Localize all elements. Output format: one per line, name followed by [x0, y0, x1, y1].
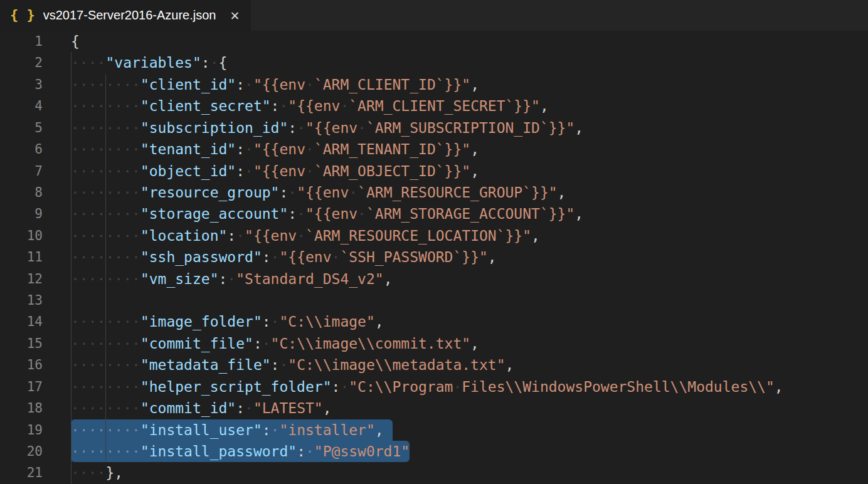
tab-bar: { } vs2017-Server2016-Azure.json ✕	[0, 0, 868, 31]
code-line-1[interactable]: {	[71, 31, 783, 52]
code-line-7[interactable]: ········"object_id":·"{{env·`ARM_OBJECT_…	[71, 160, 783, 182]
line-number: 5	[0, 117, 43, 139]
line-number: 13	[0, 290, 43, 311]
gutter: 123456789101112131415161718192021	[0, 31, 43, 484]
line-number: 4	[0, 95, 43, 117]
code-line-13[interactable]	[71, 290, 783, 311]
line-number: 18	[0, 397, 43, 419]
code-line-4[interactable]: ········"client_secret":·"{{env·`ARM_CLI…	[71, 95, 783, 117]
line-number: 6	[0, 139, 43, 160]
code-line-18[interactable]: ········"commit_id":·"LATEST",	[71, 397, 783, 419]
code-line-20[interactable]: ········"install_password":·"P@ssw0rd1"	[71, 441, 783, 462]
code-area[interactable]: {····"variables":·{········"client_id":·…	[71, 31, 783, 484]
code-line-16[interactable]: ········"metadata_file":·"C:\\image\\met…	[71, 354, 783, 376]
code-line-2[interactable]: ····"variables":·{	[71, 52, 783, 73]
json-braces-icon: { }	[10, 7, 35, 23]
line-number: 2	[0, 52, 43, 73]
tab-close-icon[interactable]: ✕	[230, 9, 240, 23]
code-line-8[interactable]: ········"resource_group":·"{{env·`ARM_RE…	[71, 182, 783, 203]
line-number: 15	[0, 333, 43, 354]
tab-vs2017-server2016-azure-json[interactable]: { } vs2017-Server2016-Azure.json ✕	[0, 0, 251, 31]
code-line-6[interactable]: ········"tenant_id":·"{{env·`ARM_TENANT_…	[71, 139, 783, 160]
tab-title: vs2017-Server2016-Azure.json	[43, 8, 216, 23]
line-number: 11	[0, 246, 43, 268]
code-line-19[interactable]: ········"install_user":·"installer",	[71, 419, 783, 441]
line-number: 14	[0, 311, 43, 332]
line-number: 12	[0, 268, 43, 290]
line-number: 9	[0, 203, 43, 224]
code-line-15[interactable]: ········"commit_file":·"C:\\image\\commi…	[71, 333, 783, 354]
line-number: 21	[0, 462, 43, 483]
line-number: 3	[0, 74, 43, 95]
code-line-14[interactable]: ········"image_folder":·"C:\\image",	[71, 311, 783, 332]
code-line-3[interactable]: ········"client_id":·"{{env·`ARM_CLIENT_…	[71, 74, 783, 95]
code-line-17[interactable]: ········"helper_script_folder":·"C:\\Pro…	[71, 376, 783, 397]
code-line-10[interactable]: ········"location":·"{{env·`ARM_RESOURCE…	[71, 225, 783, 246]
code-line-9[interactable]: ········"storage_account":·"{{env·`ARM_S…	[71, 203, 783, 224]
line-number: 19	[0, 419, 43, 441]
line-number: 8	[0, 182, 43, 203]
line-number: 17	[0, 376, 43, 397]
code-line-5[interactable]: ········"subscription_id":·"{{env·`ARM_S…	[71, 117, 783, 139]
code-line-21[interactable]: ····},	[71, 462, 783, 483]
code-line-12[interactable]: ········"vm_size":·"Standard_DS4_v2",	[71, 268, 783, 290]
code-editor[interactable]: 123456789101112131415161718192021 {····"…	[0, 31, 868, 484]
line-number: 16	[0, 354, 43, 376]
line-number: 7	[0, 160, 43, 182]
line-number: 20	[0, 441, 43, 462]
code-line-11[interactable]: ········"ssh_password":·"{{env·`SSH_PASS…	[71, 246, 783, 268]
line-number: 10	[0, 225, 43, 246]
line-number: 1	[0, 31, 43, 52]
